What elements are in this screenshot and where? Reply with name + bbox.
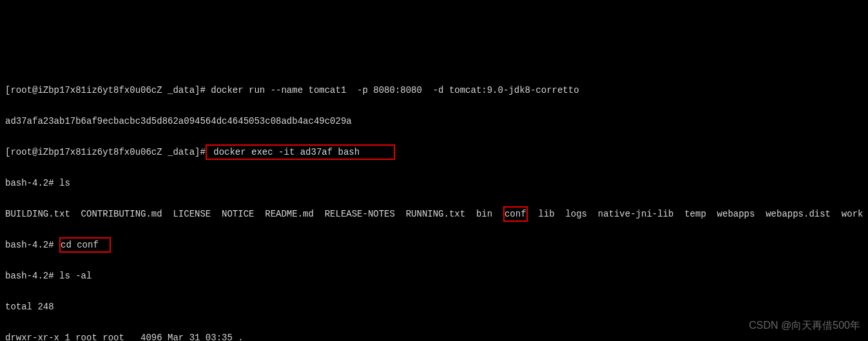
cmd-cd-conf: bash-4.2# cd conf (5, 237, 863, 253)
watermark: CSDN @向天再借500年 (749, 318, 860, 333)
total: total 248 (5, 299, 863, 315)
ls-output: BUILDING.txt CONTRIBUTING.md LICENSE NOT… (5, 206, 863, 222)
ls-pre: BUILDING.txt CONTRIBUTING.md LICENSE NOT… (5, 209, 503, 219)
prompt: bash-4.2# (5, 240, 59, 250)
cmd-ls: bash-4.2# ls (5, 175, 863, 191)
ls-post: lib logs native-jni-lib temp webapps web… (528, 209, 863, 219)
cmd-docker-run: [root@iZbp17x81iz6yt8fx0u06cZ _data]# do… (5, 83, 863, 98)
highlight-conf: conf (503, 206, 528, 222)
container-id: ad37afa23ab17b6af9ecbacbc3d5d862a094564d… (5, 113, 863, 129)
highlight-docker-exec: docker exec -it ad37af bash (206, 144, 395, 160)
terminal[interactable]: [root@iZbp17x81iz6yt8fx0u06cZ _data]# do… (5, 67, 863, 341)
list-item: drwxr-xr-x 1 root root 4096 Mar 31 03:35… (5, 330, 863, 341)
cmd-ls-al: bash-4.2# ls -al (5, 268, 863, 284)
prompt: [root@iZbp17x81iz6yt8fx0u06cZ _data]# (5, 147, 206, 157)
cmd-docker-exec: [root@iZbp17x81iz6yt8fx0u06cZ _data]# do… (5, 144, 863, 160)
highlight-cd-conf: cd conf (59, 237, 111, 253)
